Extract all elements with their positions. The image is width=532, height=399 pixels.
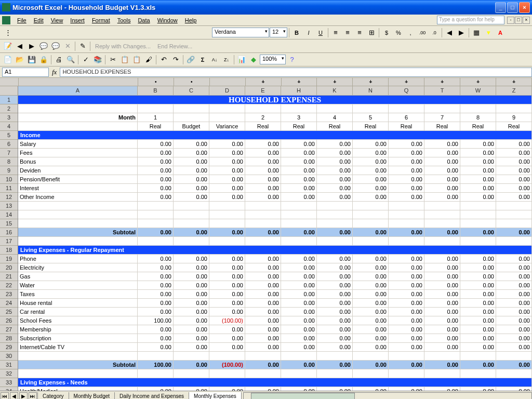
cell[interactable]: 0.00 <box>353 184 389 193</box>
row-header[interactable]: 32 <box>0 369 18 378</box>
col-header-B[interactable]: B <box>138 86 174 95</box>
row-header[interactable]: 25 <box>0 308 18 316</box>
cell[interactable]: 0.00 <box>389 166 424 175</box>
outline-collapse-icon[interactable]: + <box>389 78 424 86</box>
cell[interactable]: Real <box>245 122 281 131</box>
cell[interactable]: 0.00 <box>138 343 174 352</box>
cell[interactable]: School Fees <box>18 316 138 325</box>
cell[interactable]: 0.00 <box>460 149 496 157</box>
cell[interactable]: 0.00 <box>174 255 209 263</box>
cell[interactable]: 0.00 <box>424 325 460 334</box>
currency-button[interactable]: $ <box>381 27 392 38</box>
cell[interactable]: 0.00 <box>389 316 424 325</box>
menu-tools[interactable]: Tools <box>114 16 135 24</box>
cell[interactable]: 0.00 <box>138 299 174 308</box>
font-name-select[interactable]: Verdana <box>212 28 269 37</box>
format-painter-button[interactable]: 🖌 <box>143 54 154 65</box>
cell[interactable]: 0.00 <box>281 281 317 290</box>
cell[interactable]: 0.00 <box>245 272 281 281</box>
subtotal-cell[interactable]: 0.00 <box>389 228 424 237</box>
cell[interactable]: 0.00 <box>496 157 532 166</box>
cell[interactable] <box>389 219 424 228</box>
cell[interactable] <box>138 369 174 378</box>
cell[interactable]: 0.00 <box>209 272 245 281</box>
subtotal-cell[interactable]: 0.00 <box>138 228 174 237</box>
cell[interactable]: 0.00 <box>496 334 532 343</box>
cell[interactable] <box>245 237 281 246</box>
font-color-button[interactable]: A <box>495 27 506 38</box>
cell[interactable]: 0.00 <box>389 193 424 202</box>
row-header[interactable]: 2 <box>0 104 18 113</box>
cell[interactable]: 0.00 <box>317 149 353 157</box>
hyperlink-button[interactable]: 🔗 <box>185 54 196 65</box>
cell[interactable]: 0.00 <box>138 140 174 149</box>
cell[interactable] <box>174 104 209 113</box>
row-header[interactable]: 31 <box>0 361 18 369</box>
cell[interactable] <box>245 369 281 378</box>
cell[interactable]: 1 <box>138 113 174 122</box>
cell[interactable] <box>317 219 353 228</box>
row-header[interactable]: 5 <box>0 131 18 140</box>
cell[interactable] <box>174 210 209 219</box>
cell[interactable]: 0.00 <box>209 175 245 184</box>
cell[interactable]: House rental <box>18 299 138 308</box>
cell[interactable] <box>138 202 174 210</box>
cell[interactable]: 0.00 <box>174 140 209 149</box>
cell[interactable]: 0.00 <box>353 343 389 352</box>
new-button[interactable]: 📄 <box>2 54 14 65</box>
cell[interactable]: 0.00 <box>317 343 353 352</box>
section-header[interactable]: Income <box>18 131 532 140</box>
subtotal-cell[interactable]: 0.00 <box>209 228 245 237</box>
cell[interactable] <box>353 352 389 361</box>
cell[interactable]: 0.00 <box>496 281 532 290</box>
cell[interactable]: 0.00 <box>353 272 389 281</box>
cell[interactable]: Fees <box>18 149 138 157</box>
row-header[interactable]: 11 <box>0 184 18 193</box>
cell[interactable]: 0.00 <box>353 166 389 175</box>
subtotal-label[interactable]: Subtotal <box>18 361 138 369</box>
subtotal-cell[interactable]: 0.00 <box>460 228 496 237</box>
doc-close[interactable]: × <box>523 17 530 24</box>
row-header[interactable]: 23 <box>0 290 18 299</box>
cell[interactable]: Real <box>317 122 353 131</box>
cell[interactable]: 0.00 <box>317 272 353 281</box>
cell[interactable]: 0.00 <box>389 308 424 316</box>
row-header[interactable]: 12 <box>0 193 18 202</box>
minimize-button[interactable]: _ <box>495 2 506 13</box>
cell[interactable]: 0.00 <box>138 290 174 299</box>
cell[interactable]: 0.00 <box>496 149 532 157</box>
cell[interactable]: 0.00 <box>317 316 353 325</box>
cell[interactable]: 0.00 <box>424 308 460 316</box>
cell[interactable]: 0.00 <box>281 387 317 391</box>
cell[interactable]: 0.00 <box>245 184 281 193</box>
col-header-T[interactable]: T <box>424 86 460 95</box>
cell[interactable] <box>18 122 138 131</box>
cell[interactable] <box>245 104 281 113</box>
row-header[interactable]: 14 <box>0 210 18 219</box>
cell[interactable]: 0.00 <box>389 290 424 299</box>
cell[interactable]: 0.00 <box>138 263 174 272</box>
decrease-decimal-button[interactable]: .0 <box>429 27 440 38</box>
cell[interactable] <box>245 210 281 219</box>
cell[interactable]: Phone <box>18 255 138 263</box>
cell[interactable]: Real <box>496 122 532 131</box>
cell[interactable]: 0.00 <box>389 343 424 352</box>
permission-button[interactable]: 🔒 <box>38 54 49 65</box>
outline-collapse-icon[interactable]: + <box>317 78 353 86</box>
cell[interactable]: Interest <box>18 184 138 193</box>
sort-desc-button[interactable]: Z↓ <box>221 54 232 65</box>
subtotal-cell[interactable]: 0.00 <box>353 361 389 369</box>
cell[interactable]: 0.00 <box>460 175 496 184</box>
cell[interactable] <box>424 352 460 361</box>
paste-button[interactable]: 📋 <box>131 54 142 65</box>
cell[interactable] <box>18 237 138 246</box>
cell[interactable]: 0.00 <box>138 175 174 184</box>
cell[interactable]: 0.00 <box>209 193 245 202</box>
cell[interactable]: 0.00 <box>138 157 174 166</box>
cell[interactable] <box>174 202 209 210</box>
col-header-Z[interactable]: Z <box>496 86 532 95</box>
cell[interactable]: 2 <box>245 113 281 122</box>
cell[interactable]: 0.00 <box>209 334 245 343</box>
help-button[interactable]: ? <box>286 54 298 65</box>
row-header[interactable]: 8 <box>0 157 18 166</box>
